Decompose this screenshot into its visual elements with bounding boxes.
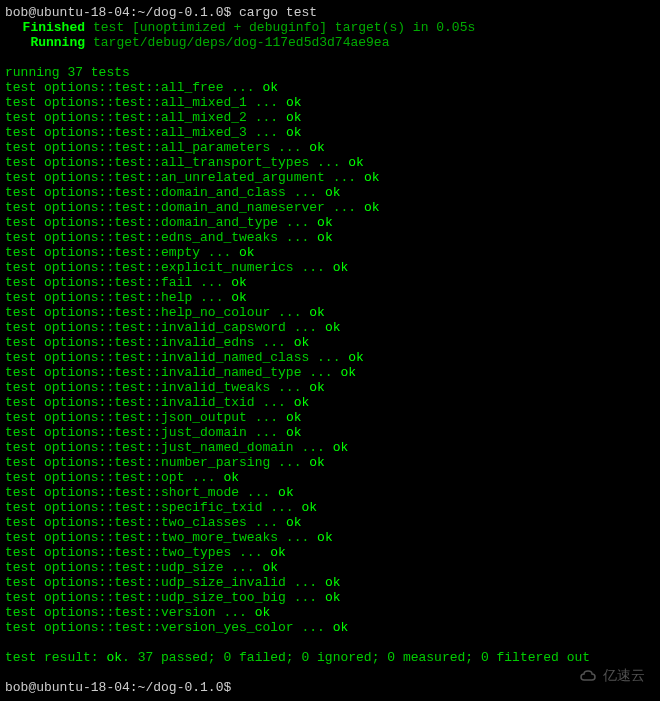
test-status-ok: ok [270,545,286,560]
test-name: options::test::domain_and_type [44,215,278,230]
test-dots: ... [294,260,333,275]
test-prefix: test [5,605,44,620]
test-prefix: test [5,365,44,380]
test-prefix: test [5,560,44,575]
test-dots: ... [247,410,286,425]
test-result-row: test options::test::an_unrelated_argumen… [5,170,655,185]
test-result-row: test options::test::invalid_txid ... ok [5,395,655,410]
test-status-ok: ok [325,575,341,590]
test-result-row: test options::test::invalid_named_class … [5,350,655,365]
test-dots: ... [278,230,317,245]
test-status-ok: ok [286,425,302,440]
test-status-ok: ok [348,350,364,365]
test-result-row: test options::test::udp_size_too_big ...… [5,590,655,605]
test-status-ok: ok [309,380,325,395]
prompt-line-2[interactable]: bob@ubuntu-18-04:~/dog-0.1.0$ [5,680,655,695]
test-name: options::test::all_parameters [44,140,270,155]
test-result-row: test options::test::invalid_named_type .… [5,365,655,380]
finished-label: Finished [5,20,85,35]
test-dots: ... [184,470,223,485]
test-result-row: test options::test::empty ... ok [5,245,655,260]
test-result-row: test options::test::two_classes ... ok [5,515,655,530]
test-name: options::test::all_mixed_3 [44,125,247,140]
test-prefix: test [5,275,44,290]
test-name: options::test::invalid_named_type [44,365,301,380]
test-name: options::test::invalid_tweaks [44,380,270,395]
test-result-row: test options::test::just_domain ... ok [5,425,655,440]
test-dots: ... [247,125,286,140]
command-text: cargo test [239,5,317,20]
test-prefix: test [5,515,44,530]
test-name: options::test::domain_and_class [44,185,286,200]
test-prefix: test [5,590,44,605]
test-status-ok: ok [317,215,333,230]
test-dots: ... [270,140,309,155]
test-prefix: test [5,155,44,170]
test-dots: ... [278,530,317,545]
test-prefix: test [5,500,44,515]
test-dots: ... [309,350,348,365]
running-label: Running [5,35,85,50]
test-prefix: test [5,575,44,590]
test-status-ok: ok [286,125,302,140]
test-prefix: test [5,620,44,635]
test-result-row: test options::test::fail ... ok [5,275,655,290]
finished-text: test [unoptimized + debuginfo] target(s)… [85,20,475,35]
test-prefix: test [5,440,44,455]
test-dots: ... [247,515,286,530]
test-name: options::test::edns_and_tweaks [44,230,278,245]
test-dots: ... [192,290,231,305]
test-name: options::test::two_types [44,545,231,560]
test-name: options::test::invalid_capsword [44,320,286,335]
test-status-ok: ok [325,320,341,335]
test-name: options::test::invalid_edns [44,335,255,350]
test-prefix: test [5,95,44,110]
test-prefix: test [5,545,44,560]
test-prefix: test [5,110,44,125]
test-result-row: test options::test::json_output ... ok [5,410,655,425]
test-result-row: test options::test::explicit_numerics ..… [5,260,655,275]
test-name: options::test::udp_size_invalid [44,575,286,590]
test-result-row: test options::test::help ... ok [5,290,655,305]
test-prefix: test [5,245,44,260]
test-name: options::test::invalid_named_class [44,350,309,365]
test-status-ok: ok [309,305,325,320]
test-prefix: test [5,335,44,350]
test-dots: ... [309,155,348,170]
test-result-row: test options::test::invalid_capsword ...… [5,320,655,335]
test-dots: ... [247,110,286,125]
test-dots: ... [301,365,340,380]
test-dots: ... [247,95,286,110]
test-status-ok: ok [333,440,349,455]
test-dots: ... [294,620,333,635]
test-dots: ... [294,440,333,455]
test-dots: ... [239,485,278,500]
shell-prompt: bob@ubuntu-18-04:~/dog-0.1.0$ [5,5,239,20]
test-dots: ... [325,170,364,185]
test-dots: ... [223,560,262,575]
test-dots: ... [223,80,262,95]
test-result-row: test options::test::all_parameters ... o… [5,140,655,155]
test-name: options::test::just_domain [44,425,247,440]
test-name: options::test::number_parsing [44,455,270,470]
test-status-ok: ok [294,335,310,350]
test-status-ok: ok [231,275,247,290]
test-name: options::test::all_free [44,80,223,95]
test-result-row: test options::test::version_yes_color ..… [5,620,655,635]
test-name: options::test::version [44,605,216,620]
test-dots: ... [270,305,309,320]
test-prefix: test [5,425,44,440]
test-name: options::test::udp_size_too_big [44,590,286,605]
test-results-list: test options::test::all_free ... oktest … [5,80,655,635]
test-status-ok: ok [262,560,278,575]
test-name: options::test::all_transport_types [44,155,309,170]
test-status-ok: ok [262,80,278,95]
test-result-row: test options::test::short_mode ... ok [5,485,655,500]
test-status-ok: ok [325,185,341,200]
test-result-row: test options::test::all_mixed_3 ... ok [5,125,655,140]
test-result-row: test options::test::two_types ... ok [5,545,655,560]
test-dots: ... [192,275,231,290]
test-dots: ... [231,545,270,560]
test-status-ok: ok [364,200,380,215]
test-name: options::test::fail [44,275,192,290]
